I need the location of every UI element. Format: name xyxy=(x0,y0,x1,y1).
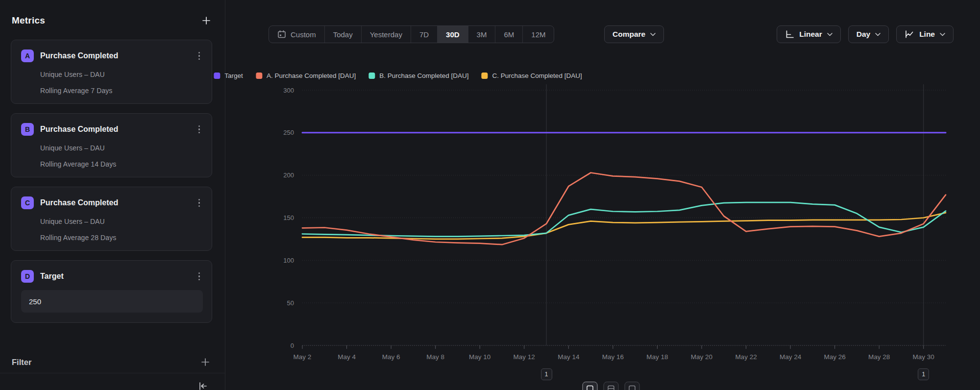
x-axis-label: May 2 xyxy=(294,353,312,361)
series-line-a xyxy=(302,173,946,245)
view-chart-button[interactable] xyxy=(583,382,598,390)
annotation-badge[interactable]: 1 xyxy=(918,368,929,380)
x-axis-label: May 10 xyxy=(469,353,490,361)
x-axis-label: May 6 xyxy=(382,353,400,361)
split-view-icon xyxy=(608,385,615,390)
x-axis-label: May 22 xyxy=(735,353,757,361)
x-axis-label: May 8 xyxy=(426,353,444,361)
y-axis-label: 100 xyxy=(283,257,294,264)
y-axis-label: 50 xyxy=(287,299,294,307)
line-chart[interactable]: 050100150200250300May 2May 4May 6May 8Ma… xyxy=(0,0,980,390)
x-axis-label: May 28 xyxy=(868,353,890,361)
x-axis-label: May 24 xyxy=(780,353,802,361)
y-axis-label: 150 xyxy=(283,214,294,221)
series-line-c xyxy=(302,213,946,239)
x-axis-label: May 4 xyxy=(338,353,356,361)
y-axis-label: 200 xyxy=(283,171,294,179)
x-axis-label: May 20 xyxy=(691,353,712,361)
x-axis-label: May 14 xyxy=(558,353,580,361)
table-view-icon xyxy=(629,385,636,390)
view-table-button[interactable] xyxy=(625,382,640,390)
y-axis-label: 300 xyxy=(283,87,294,94)
x-axis-label: May 30 xyxy=(913,353,934,361)
y-axis-label: 250 xyxy=(283,129,294,136)
x-axis-label: May 18 xyxy=(646,353,668,361)
view-split-button[interactable] xyxy=(604,382,619,390)
chart-view-toggle xyxy=(583,382,640,390)
annotation-badge[interactable]: 1 xyxy=(541,368,552,380)
x-axis-label: May 26 xyxy=(824,353,845,361)
y-axis-label: 0 xyxy=(291,342,294,349)
chart-view-icon xyxy=(587,385,594,390)
x-axis-label: May 16 xyxy=(602,353,624,361)
x-axis-label: May 12 xyxy=(514,353,535,361)
